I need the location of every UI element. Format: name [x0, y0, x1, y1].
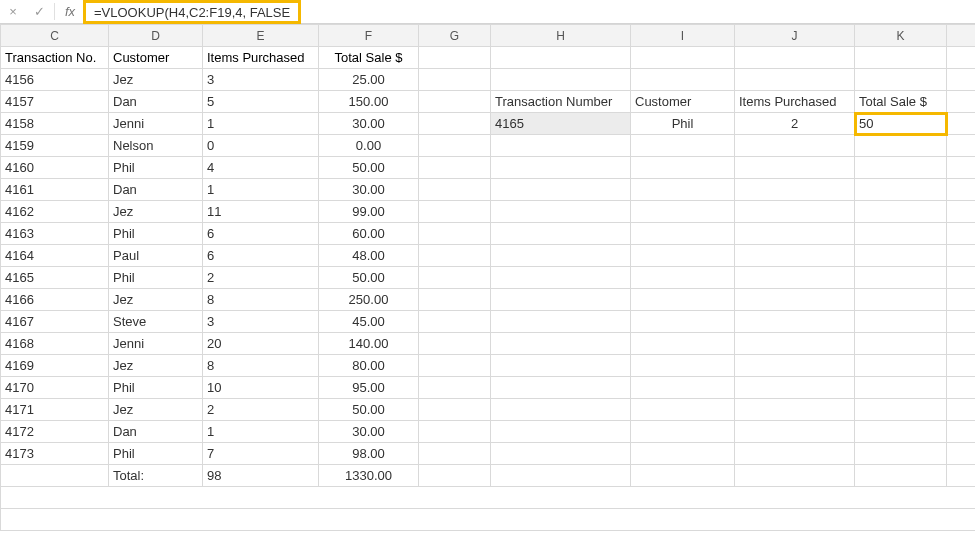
cell-txn[interactable]: 4159: [1, 135, 109, 157]
cell[interactable]: [419, 267, 491, 289]
totals-label[interactable]: Total:: [109, 465, 203, 487]
cell[interactable]: [631, 69, 735, 91]
cell-customer[interactable]: Jez: [109, 355, 203, 377]
cell-items[interactable]: 4: [203, 157, 319, 179]
cell[interactable]: [419, 91, 491, 113]
lookup-header-items[interactable]: Items Purchased: [735, 91, 855, 113]
cell[interactable]: [735, 157, 855, 179]
cell-customer[interactable]: Phil: [109, 223, 203, 245]
cell[interactable]: [491, 311, 631, 333]
cell[interactable]: [631, 377, 735, 399]
col-header-D[interactable]: D: [109, 25, 203, 47]
cell-customer[interactable]: Jez: [109, 289, 203, 311]
cell-customer[interactable]: Nelson: [109, 135, 203, 157]
cell[interactable]: [491, 223, 631, 245]
cell-sale[interactable]: 150.00: [319, 91, 419, 113]
cell[interactable]: [631, 223, 735, 245]
col-header-H[interactable]: H: [491, 25, 631, 47]
cell-items[interactable]: 5: [203, 91, 319, 113]
cell[interactable]: [1, 465, 109, 487]
cell[interactable]: [491, 179, 631, 201]
cell-sale[interactable]: 50.00: [319, 399, 419, 421]
cell[interactable]: [855, 399, 947, 421]
cell[interactable]: [855, 377, 947, 399]
cell-customer[interactable]: Jez: [109, 201, 203, 223]
cell-sale[interactable]: 25.00: [319, 69, 419, 91]
cell-txn[interactable]: 4160: [1, 157, 109, 179]
cell-txn[interactable]: 4162: [1, 201, 109, 223]
cell[interactable]: [735, 69, 855, 91]
lookup-header-customer[interactable]: Customer: [631, 91, 735, 113]
cell[interactable]: [419, 223, 491, 245]
lookup-header-txn[interactable]: Transaction Number: [491, 91, 631, 113]
cell-items[interactable]: 20: [203, 333, 319, 355]
cell[interactable]: [947, 69, 976, 91]
cell-sale[interactable]: 95.00: [319, 377, 419, 399]
cell[interactable]: [491, 201, 631, 223]
cell-sale[interactable]: 80.00: [319, 355, 419, 377]
lookup-result-items[interactable]: 2: [735, 113, 855, 135]
cell[interactable]: [855, 157, 947, 179]
totals-items[interactable]: 98: [203, 465, 319, 487]
cell[interactable]: [855, 201, 947, 223]
cell-txn[interactable]: 4156: [1, 69, 109, 91]
cell[interactable]: [419, 245, 491, 267]
cell-customer[interactable]: Jenni: [109, 333, 203, 355]
cell[interactable]: [419, 399, 491, 421]
cell[interactable]: [419, 201, 491, 223]
cell[interactable]: [735, 47, 855, 69]
cell[interactable]: [735, 377, 855, 399]
cell-sale[interactable]: 98.00: [319, 443, 419, 465]
cell-customer[interactable]: Paul: [109, 245, 203, 267]
cell[interactable]: [491, 47, 631, 69]
cell-txn[interactable]: 4172: [1, 421, 109, 443]
cell[interactable]: [631, 157, 735, 179]
cell-items[interactable]: 6: [203, 245, 319, 267]
cell-sale[interactable]: 50.00: [319, 267, 419, 289]
cell-customer[interactable]: Phil: [109, 443, 203, 465]
cell[interactable]: [735, 289, 855, 311]
cell[interactable]: [631, 311, 735, 333]
cell[interactable]: [491, 157, 631, 179]
fx-icon[interactable]: fx: [57, 0, 83, 23]
cell[interactable]: [735, 179, 855, 201]
cell-sale[interactable]: 48.00: [319, 245, 419, 267]
cell[interactable]: [491, 333, 631, 355]
cell[interactable]: [631, 289, 735, 311]
cell-items[interactable]: 10: [203, 377, 319, 399]
cell-txn[interactable]: 4168: [1, 333, 109, 355]
lookup-result-sale-selected[interactable]: 50: [855, 113, 947, 135]
cell[interactable]: [947, 289, 976, 311]
cell-customer[interactable]: Phil: [109, 267, 203, 289]
cell[interactable]: [947, 399, 976, 421]
cell[interactable]: [419, 465, 491, 487]
cell[interactable]: [855, 245, 947, 267]
cell[interactable]: [735, 399, 855, 421]
cell-txn[interactable]: 4166: [1, 289, 109, 311]
cell[interactable]: [631, 245, 735, 267]
cell[interactable]: [491, 355, 631, 377]
cell[interactable]: [419, 377, 491, 399]
cell-sale[interactable]: 30.00: [319, 113, 419, 135]
cell-txn[interactable]: 4167: [1, 311, 109, 333]
cell[interactable]: [855, 135, 947, 157]
cell[interactable]: [947, 245, 976, 267]
cell[interactable]: [631, 47, 735, 69]
cell-txn[interactable]: 4170: [1, 377, 109, 399]
cell-txn[interactable]: 4164: [1, 245, 109, 267]
cell[interactable]: [631, 355, 735, 377]
cell-txn[interactable]: 4158: [1, 113, 109, 135]
cell[interactable]: [735, 201, 855, 223]
cell[interactable]: [631, 267, 735, 289]
cell-items[interactable]: 0: [203, 135, 319, 157]
col-header-blank[interactable]: [947, 25, 976, 47]
cell[interactable]: [735, 465, 855, 487]
cell[interactable]: [631, 465, 735, 487]
cell-customer[interactable]: Dan: [109, 179, 203, 201]
formula-input[interactable]: [92, 4, 292, 21]
lookup-input-txn[interactable]: 4165: [491, 113, 631, 135]
cell[interactable]: [631, 201, 735, 223]
cell[interactable]: [947, 179, 976, 201]
cell[interactable]: [419, 157, 491, 179]
cell-items[interactable]: 8: [203, 289, 319, 311]
